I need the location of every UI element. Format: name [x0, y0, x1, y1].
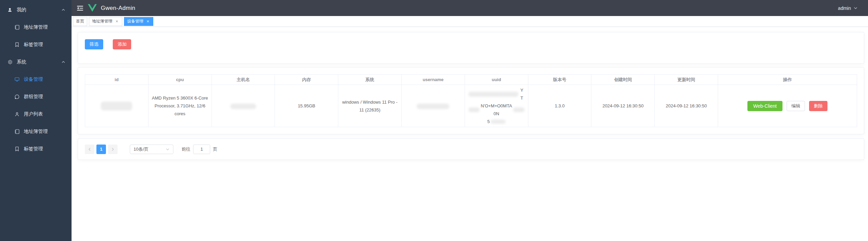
redacted-uuid-segment — [491, 120, 506, 124]
pagination-card: 1 10条/页 前往 页 — [78, 138, 864, 160]
redacted-id-value — [101, 102, 132, 110]
vue-logo-icon — [88, 4, 97, 12]
col-system: 系统 — [338, 75, 402, 85]
sidebar-group-my[interactable]: 我的 — [0, 1, 72, 18]
col-cpu: cpu — [148, 75, 212, 85]
sidebar-item-label: 标签管理 — [24, 42, 43, 48]
col-actions: 操作 — [718, 75, 857, 85]
cell-uuid: YT N'O+M+O0MTA0N 5 — [465, 85, 528, 127]
sidebar-group-label: 系统 — [17, 59, 26, 65]
cell-id — [85, 85, 149, 127]
chevron-down-icon — [853, 6, 858, 10]
app-title: Gwen-Admin — [101, 5, 135, 12]
page-size-value: 10条/页 — [134, 146, 149, 152]
table-row: AMD Ryzen 5 3600X 6-Core Processor, 3.71… — [85, 85, 857, 127]
sidebar-collapse-icon[interactable] — [77, 5, 83, 11]
tab-devices[interactable]: 设备管理 × — [124, 17, 153, 26]
add-button[interactable]: 添加 — [113, 39, 131, 49]
col-uuid: uuid — [465, 75, 528, 85]
tab-label: 首页 — [76, 18, 84, 24]
address-book-icon — [14, 129, 20, 134]
sidebar-item-address-book-1[interactable]: 地址簿管理 — [0, 18, 72, 36]
table-header-row: id cpu 主机名 内存 系统 username uuid 版本号 创建时间 … — [85, 75, 857, 85]
navbar: Gwen-Admin admin — [72, 0, 868, 16]
cell-actions: Web-Client 编辑 删除 — [718, 85, 857, 127]
chevron-up-icon — [61, 60, 65, 64]
tab-home[interactable]: 首页 — [73, 17, 87, 26]
user-list-icon — [14, 111, 20, 117]
web-client-button[interactable]: Web-Client — [747, 101, 782, 111]
redacted-uuid-segment — [468, 107, 480, 112]
prev-page-button[interactable] — [85, 145, 94, 154]
chevron-left-icon — [88, 147, 92, 151]
col-updated: 更新时间 — [655, 75, 718, 85]
col-version: 版本号 — [528, 75, 591, 85]
sidebar-group-system[interactable]: 系统 — [0, 53, 72, 71]
user-dropdown[interactable]: admin — [838, 5, 858, 11]
uuid-line-3: 5 — [468, 118, 525, 125]
username-label: admin — [838, 5, 851, 11]
redacted-hostname-value — [230, 104, 256, 109]
page-size-select[interactable]: 10条/页 — [130, 145, 173, 154]
cell-updated: 2024-09-12 16:30:50 — [655, 85, 718, 127]
next-page-button[interactable] — [108, 145, 118, 154]
sidebar-item-address-book-2[interactable]: 地址簿管理 — [0, 123, 72, 140]
cell-memory: 15.95GB — [275, 85, 338, 127]
bookmark-icon — [14, 42, 20, 47]
cell-cpu: AMD Ryzen 5 3600X 6-Core Processor, 3.71… — [148, 85, 212, 127]
sidebar-item-tags-1[interactable]: 标签管理 — [0, 36, 72, 53]
cell-version: 1.3.0 — [528, 85, 591, 127]
sidebar-group-label: 我的 — [17, 7, 26, 13]
tab-address-book[interactable]: 地址簿管理 × — [89, 17, 122, 26]
filter-button[interactable]: 筛选 — [85, 39, 103, 49]
chat-icon — [14, 94, 20, 100]
page-number-button[interactable]: 1 — [96, 145, 106, 154]
close-icon[interactable]: × — [145, 19, 150, 24]
sidebar-item-tags-2[interactable]: 标签管理 — [0, 140, 72, 157]
col-created: 创建时间 — [591, 75, 655, 85]
address-book-icon — [14, 25, 20, 30]
monitor-icon — [14, 77, 20, 82]
col-memory: 内存 — [275, 75, 338, 85]
redacted-username-value — [417, 104, 449, 109]
sidebar-item-label: 用户列表 — [24, 111, 43, 117]
uuid-fragment: 5 — [487, 118, 490, 125]
sidebar-item-groups[interactable]: 群组管理 — [0, 88, 72, 105]
user-icon — [7, 7, 13, 13]
cell-system: windows / Windows 11 Pro - 11 (22635) — [338, 85, 402, 127]
tabs-bar: 首页 地址簿管理 × 设备管理 × — [72, 16, 868, 27]
cell-hostname — [212, 85, 275, 127]
goto-page-input[interactable] — [193, 145, 210, 154]
col-id: id — [85, 75, 149, 85]
devices-table: id cpu 主机名 内存 系统 username uuid 版本号 创建时间 … — [85, 74, 857, 127]
sidebar-item-label: 群组管理 — [24, 94, 43, 100]
bookmark-icon — [14, 146, 20, 152]
edit-button[interactable]: 编辑 — [787, 101, 805, 111]
goto-page-group: 前往 页 — [182, 145, 217, 154]
page-unit-label: 页 — [213, 146, 217, 152]
sidebar-item-devices[interactable]: 设备管理 — [0, 71, 72, 88]
gear-icon — [7, 59, 13, 65]
close-icon[interactable]: × — [114, 19, 119, 24]
row-actions: Web-Client 编辑 删除 — [722, 101, 853, 111]
sidebar-item-label: 地址簿管理 — [24, 24, 48, 30]
col-hostname: 主机名 — [212, 75, 275, 85]
goto-label: 前往 — [182, 146, 190, 152]
sidebar-item-label: 地址簿管理 — [24, 129, 48, 135]
delete-button[interactable]: 删除 — [809, 101, 827, 111]
uuid-fragment: YT — [519, 86, 525, 102]
chevron-right-icon — [111, 147, 115, 151]
uuid-line-2: N'O+M+O0MTA0N — [468, 102, 525, 118]
app-root: 我的 地址簿管理 标签管理 系统 — [0, 0, 868, 241]
sidebar: 我的 地址簿管理 标签管理 系统 — [0, 0, 72, 241]
chevron-down-icon — [166, 147, 170, 151]
main-area: Gwen-Admin admin 首页 地址簿管理 × 设备管理 × — [72, 0, 868, 241]
chevron-up-icon — [61, 8, 65, 12]
col-username: username — [401, 75, 465, 85]
redacted-uuid-segment — [468, 92, 518, 97]
cell-username — [401, 85, 465, 127]
tab-label: 设备管理 — [127, 18, 143, 24]
sidebar-item-label: 标签管理 — [24, 146, 43, 152]
sidebar-item-users[interactable]: 用户列表 — [0, 105, 72, 123]
uuid-fragment: N'O+M+O0MTA0N — [480, 102, 513, 118]
